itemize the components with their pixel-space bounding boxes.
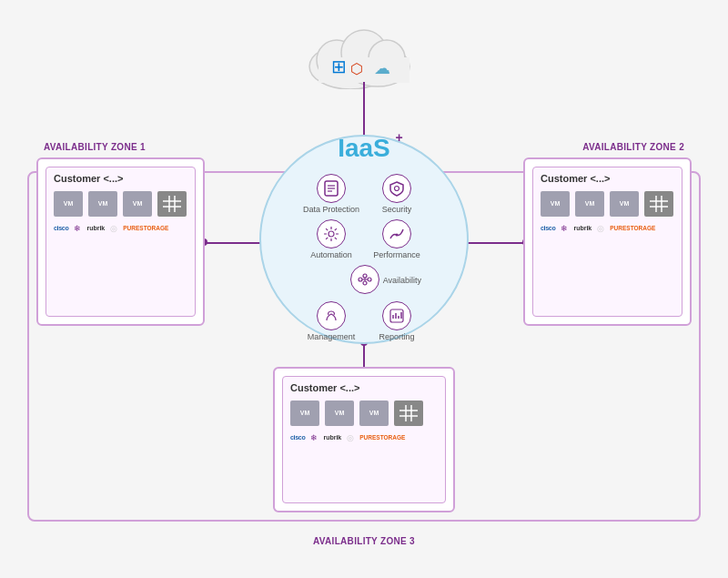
svg-text:⊞: ⊞ [331, 56, 347, 76]
iaas-title: IaaS + [338, 134, 390, 163]
zone2-customer-title: Customer <...> [541, 173, 674, 184]
zone1-rubrik-logo: rubrik [86, 225, 105, 231]
cloud-icon: ⊞ ☁ ⬡ [300, 16, 428, 89]
zone1-label: AVAILABILITY ZONE 1 [44, 142, 146, 152]
iaas-automation: Automation [303, 219, 359, 259]
zone1-customer-title: Customer <...> [54, 173, 187, 184]
security-icon [382, 174, 411, 203]
svg-point-28 [368, 278, 371, 281]
svg-point-24 [329, 231, 334, 237]
availability-icon [350, 265, 379, 294]
zone1-vendor-row: cisco ❄ rubrik ◎ PURESTORAGE [54, 224, 187, 233]
iaas-security: Security [369, 174, 425, 214]
zone3-firewall [394, 401, 423, 426]
zone2-box: Customer <...> VM VM VM cisco ❄ rubrik ◎… [523, 157, 692, 326]
svg-text:⬡: ⬡ [350, 61, 363, 76]
zone3-customer-title: Customer <...> [290, 382, 438, 393]
management-label: Management [308, 332, 356, 341]
zone2-vm3: VM [610, 191, 639, 217]
reporting-label: Reporting [379, 332, 415, 341]
zone2-rubrik-logo: rubrik [573, 225, 592, 231]
zone2-vm2: VM [575, 191, 604, 217]
data-protection-label: Data Protection [303, 205, 359, 214]
zone3-rubrik-logo: rubrik [323, 434, 341, 441]
zone3-customer-card: Customer <...> VM VM VM cisco ❄ rubrik ◎… [282, 376, 446, 503]
svg-point-26 [359, 278, 362, 281]
zone3-label: AVAILABILITY ZONE 3 [313, 536, 415, 546]
iaas-services-grid: Data Protection Security Automation Perf [294, 170, 434, 345]
svg-rect-37 [399, 405, 418, 421]
zone2-vendor-row: cisco ❄ rubrik ◎ PURESTORAGE [541, 224, 674, 233]
zone2-cisco-logo: cisco [541, 225, 555, 231]
availability-label: Availability [383, 276, 421, 285]
zone2-pure-logo: PURESTORAGE [610, 225, 655, 231]
zone1-cisco-logo: cisco [54, 225, 68, 231]
iaas-plus: + [396, 130, 403, 145]
diagram-container: ⊞ ☁ ⬡ AVAILABILITY ZONE 1 Customer <...>… [18, 16, 710, 563]
svg-point-23 [395, 186, 399, 190]
zone3-pure-logo: PURESTORAGE [359, 434, 405, 441]
security-label: Security [382, 205, 412, 214]
cloud-container: ⊞ ☁ ⬡ [300, 16, 428, 89]
zone3-vendor-row: cisco ❄ rubrik ◎ PURESTORAGE [290, 433, 438, 442]
iaas-management: Management [303, 301, 359, 341]
iaas-reporting: Reporting [369, 301, 425, 341]
performance-label: Performance [373, 250, 420, 259]
reporting-icon [382, 301, 411, 330]
zone1-box: Customer <...> VM VM VM cisco ❄ rubrik ◎… [36, 157, 205, 326]
zone3-vm1: VM [290, 401, 319, 426]
svg-rect-9 [163, 196, 181, 212]
data-protection-icon [317, 174, 346, 203]
zone1-vm2: VM [88, 191, 117, 217]
management-icon [317, 301, 346, 330]
zone3-cisco-logo: cisco [290, 434, 305, 441]
zone2-customer-card: Customer <...> VM VM VM cisco ❄ rubrik ◎… [532, 167, 682, 317]
zone2-vm-row: VM VM VM [541, 191, 674, 217]
performance-icon [382, 219, 411, 248]
zone3-vm3: VM [359, 401, 389, 426]
iaas-data-protection: Data Protection [303, 174, 359, 214]
cloud-to-iaas-connector [363, 82, 365, 138]
zone1-pure-logo: PURESTORAGE [123, 225, 168, 231]
zone2-firewall [644, 191, 673, 217]
automation-label: Automation [310, 250, 352, 259]
zone1-vm3: VM [123, 191, 152, 217]
automation-icon [317, 219, 346, 248]
svg-point-25 [396, 233, 399, 236]
iaas-performance: Performance [369, 219, 425, 259]
svg-point-29 [363, 281, 367, 285]
zone2-label: AVAILABILITY ZONE 2 [582, 142, 684, 152]
svg-text:☁: ☁ [374, 59, 390, 77]
zone3-vm2: VM [325, 401, 354, 426]
zone2-vm1: VM [541, 191, 570, 217]
svg-point-27 [363, 274, 367, 278]
svg-rect-14 [650, 196, 668, 212]
zone3-box: Customer <...> VM VM VM cisco ❄ rubrik ◎… [273, 367, 455, 512]
zone1-vm1: VM [54, 191, 83, 217]
zone1-firewall [157, 191, 187, 217]
zone1-vm-row: VM VM VM [54, 191, 187, 217]
iaas-circle: IaaS + Data Protection Security [259, 135, 469, 344]
zone1-customer-card: Customer <...> VM VM VM cisco ❄ rubrik ◎… [46, 167, 196, 317]
iaas-availability: Availability [303, 265, 425, 296]
zone3-vm-row: VM VM VM [290, 401, 438, 426]
